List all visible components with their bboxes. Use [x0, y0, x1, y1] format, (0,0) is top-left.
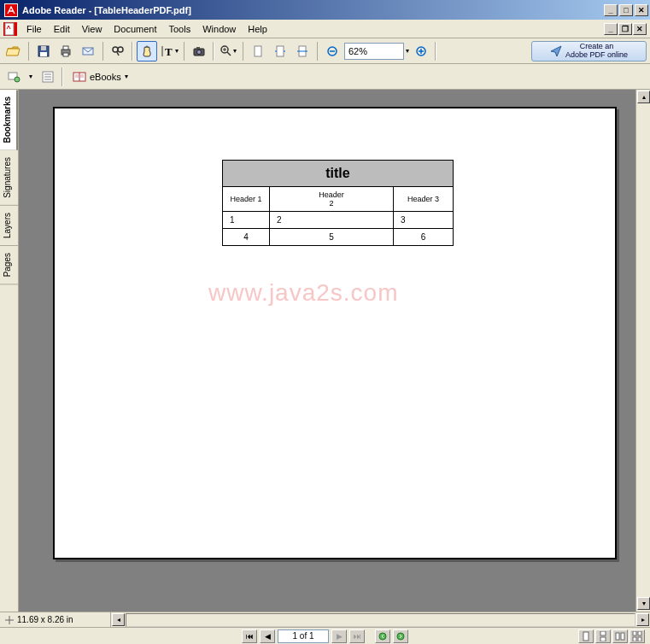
page-number-input[interactable] — [278, 629, 329, 643]
zoom-dropdown-icon[interactable]: ▾ — [406, 47, 409, 55]
crosshair-icon — [5, 616, 14, 624]
work-area: Bookmarks Signatures Layers Pages title … — [0, 90, 650, 612]
prev-page-button[interactable]: ◀ — [260, 629, 275, 643]
navigation-sidebar: Bookmarks Signatures Layers Pages — [0, 90, 19, 612]
svg-rect-6 — [63, 53, 68, 56]
secondary-toolbar: ▾ eBooks ▾ — [0, 64, 650, 90]
table-header: Header 2 — [270, 187, 394, 212]
facing-button[interactable] — [612, 629, 628, 643]
toolbar-separator — [132, 42, 133, 61]
save-button[interactable] — [33, 41, 54, 61]
toolbar-separator — [243, 42, 243, 61]
svg-point-8 — [113, 47, 118, 52]
zoom-in-button[interactable]: ▾ — [218, 41, 238, 61]
vertical-scrollbar[interactable]: ▴ ▾ — [635, 90, 650, 612]
svg-rect-2 — [41, 46, 46, 50]
ebooks-button[interactable]: eBooks ▾ — [67, 67, 134, 86]
svg-point-14 — [197, 50, 202, 54]
menu-edit[interactable]: Edit — [48, 22, 76, 36]
svg-text:T: T — [165, 45, 173, 58]
tab-layers[interactable]: Layers — [0, 206, 18, 246]
scroll-right-button[interactable]: ▸ — [636, 613, 649, 626]
menu-document[interactable]: Document — [108, 22, 162, 36]
actual-size-button[interactable] — [248, 41, 268, 61]
doc-minimize-button[interactable]: _ — [604, 23, 618, 35]
table-row: 4 5 6 — [223, 229, 454, 246]
continuous-facing-button[interactable] — [630, 629, 645, 643]
scroll-left-button[interactable]: ◂ — [112, 613, 125, 626]
tab-bookmarks[interactable]: Bookmarks — [0, 90, 18, 150]
zoom-in-plus-button[interactable] — [411, 41, 431, 61]
svg-line-17 — [227, 52, 231, 56]
search-button[interactable] — [108, 41, 128, 61]
adobe-reader-icon — [4, 3, 18, 17]
print-button[interactable] — [56, 41, 76, 61]
forms-button[interactable] — [38, 67, 58, 87]
text-select-button[interactable]: T▾ — [159, 41, 179, 61]
review-button[interactable] — [3, 67, 24, 87]
doc-close-button[interactable]: ✕ — [633, 23, 647, 35]
single-page-button[interactable] — [578, 629, 594, 643]
horizontal-scrollbar[interactable] — [126, 613, 635, 627]
pdf-table: title Header 1 Header 2 Header 3 1 2 3 4… — [222, 160, 454, 246]
watermark: www.java2s.com — [208, 279, 399, 307]
svg-rect-43 — [600, 631, 606, 635]
menu-file[interactable]: File — [20, 22, 48, 36]
status-bar: ⏮ ◀ ▶ ⏭ — [0, 627, 650, 644]
menu-window[interactable]: Window — [196, 22, 242, 36]
scroll-down-button[interactable]: ▾ — [637, 597, 650, 610]
table-header: Header 3 — [394, 187, 454, 212]
menu-tools[interactable]: Tools — [163, 22, 197, 36]
tab-pages[interactable]: Pages — [0, 246, 18, 284]
minimize-button[interactable]: _ — [604, 4, 618, 16]
document-viewport[interactable]: title Header 1 Header 2 Header 3 1 2 3 4… — [19, 90, 650, 612]
maximize-button[interactable]: □ — [619, 4, 633, 16]
svg-rect-42 — [583, 632, 589, 641]
svg-line-10 — [117, 52, 119, 56]
tab-signatures[interactable]: Signatures — [0, 150, 18, 206]
svg-rect-47 — [633, 631, 636, 635]
snapshot-button[interactable] — [189, 41, 209, 61]
next-view-button[interactable] — [393, 629, 408, 643]
fit-width-button[interactable] — [292, 41, 313, 61]
window-titlebar: Adobe Reader - [TableHeaderPDF.pdf] _ □ … — [0, 0, 650, 20]
zoom-out-button[interactable] — [322, 41, 343, 61]
continuous-button[interactable] — [595, 629, 611, 643]
svg-rect-21 — [277, 46, 284, 56]
doc-restore-button[interactable]: ❐ — [618, 23, 632, 35]
menu-bar: File Edit View Document Tools Window Hel… — [0, 20, 650, 38]
svg-rect-3 — [40, 52, 47, 56]
scroll-up-button[interactable]: ▴ — [637, 91, 650, 103]
fit-page-button[interactable] — [270, 41, 290, 61]
svg-point-41 — [397, 633, 404, 640]
svg-rect-44 — [600, 637, 606, 641]
open-button[interactable] — [3, 41, 24, 61]
ebook-icon — [73, 71, 86, 83]
next-page-button[interactable]: ▶ — [331, 629, 347, 643]
toolbar-separator — [435, 42, 436, 61]
adobe-pdf-online-button[interactable]: Create anAdobe PDF online — [531, 41, 647, 61]
horizontal-scroll-row: 11.69 x 8.26 in ◂ ▸ — [0, 612, 650, 627]
chevron-down-icon: ▾ — [125, 73, 128, 80]
email-button[interactable] — [78, 41, 98, 61]
zoom-input[interactable] — [344, 43, 404, 60]
first-page-button[interactable]: ⏮ — [242, 629, 257, 643]
svg-point-31 — [15, 77, 20, 82]
svg-rect-49 — [633, 637, 636, 641]
close-button[interactable]: ✕ — [635, 4, 648, 16]
menu-help[interactable]: Help — [242, 22, 273, 36]
menu-view[interactable]: View — [76, 22, 108, 36]
table-header: Header 1 — [223, 187, 270, 212]
svg-rect-45 — [616, 633, 619, 640]
prev-view-button[interactable] — [375, 629, 390, 643]
toolbar-separator — [102, 42, 103, 61]
last-page-button[interactable]: ⏭ — [349, 629, 365, 643]
svg-rect-48 — [638, 631, 641, 635]
table-title: title — [223, 161, 454, 187]
hand-tool-button[interactable] — [137, 41, 157, 61]
paper-plane-icon — [550, 45, 562, 57]
svg-rect-5 — [63, 46, 68, 50]
page-dimensions: 11.69 x 8.26 in — [0, 612, 111, 627]
svg-rect-46 — [621, 633, 624, 640]
review-dropdown[interactable]: ▾ — [26, 67, 36, 87]
